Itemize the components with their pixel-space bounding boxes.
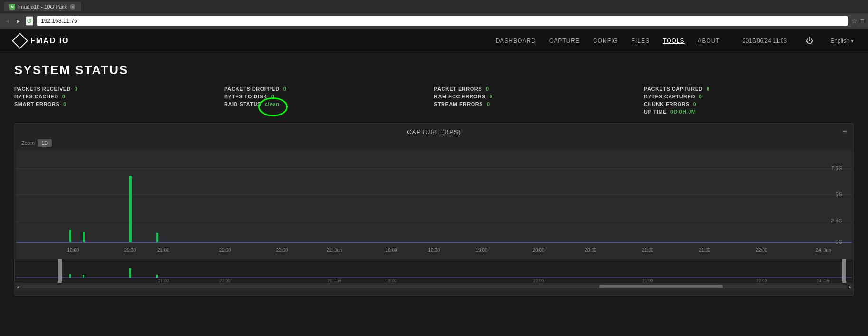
scrollbar-track[interactable] [21,285,847,288]
nav-files[interactable]: FILES [632,38,650,44]
browser-chrome: N fmadio10 - 10G Pack × ◂ ▸ ↺ 192.168.11… [0,0,868,29]
stat-label: RAM ECC ERRORS [434,94,485,99]
stat-raid-status: RAID STATUS clean [224,101,434,107]
stat-packet-errors: PACKET ERRORS 0 [434,86,644,92]
nav-config[interactable]: CONFIG [593,38,618,44]
chart-svg: 7.5G 5G 2.5G 0G 18:00 20:30 21:00 22 [15,150,853,259]
svg-text:18:00: 18:00 [67,248,79,253]
svg-text:22:00: 22:00 [220,278,231,283]
scrollbar-area[interactable]: ◂ ▸ [15,283,853,290]
stat-value: 0 [75,86,78,92]
svg-text:21:00: 21:00 [642,278,653,283]
tab-close-button[interactable]: × [70,4,75,10]
raid-status-value: clean [265,101,280,107]
scroll-right-icon[interactable]: ▸ [849,283,851,290]
stat-label: BYTES TO DISK [224,94,267,99]
stat-packets-received: PACKETS RECEIVED 0 [14,86,224,92]
refresh-button[interactable]: ↺ [26,16,33,26]
svg-text:22:00: 22:00 [219,248,231,253]
svg-text:19:00: 19:00 [475,248,487,253]
stat-value: 0 [486,86,489,92]
svg-text:21:00: 21:00 [157,248,169,253]
back-button[interactable]: ◂ [4,16,11,26]
tab-label: fmadio10 - 10G Pack [18,4,67,10]
power-icon[interactable]: ⏻ [806,37,813,45]
clean-circle-annotation: clean [265,101,280,107]
zoom-label: Zoom [21,140,35,146]
svg-text:22. Jun: 22. Jun [327,248,342,253]
stat-value: 0 [62,94,66,99]
stat-label: STREAM ERRORS [434,101,483,107]
nav-tools[interactable]: TOOLS [663,38,684,44]
chart-menu-icon[interactable]: ≡ [843,127,848,136]
language-selector[interactable]: English ▾ [830,38,854,44]
logo-icon [12,33,28,49]
zoom-1d-button[interactable]: 1D [38,139,52,147]
forward-button[interactable]: ▸ [15,16,22,26]
nav-about[interactable]: ABOUT [698,38,720,44]
nav-dashboard[interactable]: DASHBOARD [496,38,536,44]
nav-timestamp: 2015/06/24 11:03 [743,38,787,44]
scrollbar-thumb[interactable] [599,285,723,288]
stat-stream-errors: STREAM ERRORS 0 [434,101,644,107]
main-content: SYSTEM STATUS PACKETS RECEIVED 0 PACKETS… [0,53,868,305]
stat-label: PACKETS DROPPED [224,86,280,92]
stat-value: 0 [283,86,287,92]
stat-chunk-errors: CHUNK ERRORS 0 [644,101,854,107]
stat-bytes-captured: BYTES CAPTURED 0 [644,94,854,99]
page-title: SYSTEM STATUS [14,63,854,77]
svg-rect-31 [69,274,71,278]
address-bar[interactable]: 192.168.11.75 [37,16,848,26]
svg-text:22:00: 22:00 [755,248,767,253]
chart-title: CAPTURE (BPS) [407,128,461,135]
tab-bar: N fmadio10 - 10G Pack × [0,0,868,13]
svg-text:22. Jun: 22. Jun [327,278,341,283]
nav-capture[interactable]: CAPTURE [549,38,580,44]
nav-bar: ◂ ▸ ↺ 192.168.11.75 ☆ ≡ [0,13,868,29]
stat-ram-ecc-errors: RAM ECC ERRORS 0 [434,94,644,99]
svg-rect-33 [129,268,131,278]
mini-chart-section: 21:00 22:00 22. Jun 18:00 20:00 21:00 22… [15,259,853,283]
svg-text:2.5G: 2.5G [831,218,842,223]
logo-text: FMAD IO [30,37,69,45]
stat-smart-errors: SMART ERRORS 0 [14,101,224,107]
chart-container: 7.5G 5G 2.5G 0G 18:00 20:30 21:00 22 [15,150,853,259]
stat-value: 0 [699,94,702,99]
address-text: 192.168.11.75 [41,18,77,24]
svg-text:24. Jun: 24. Jun [816,248,831,253]
tab-favicon: N [9,4,15,10]
bookmark-icon[interactable]: ☆ [851,17,858,25]
stat-label: PACKET ERRORS [434,86,482,92]
svg-text:21:00: 21:00 [642,248,653,253]
svg-rect-36 [842,259,846,283]
stat-label: CHUNK ERRORS [644,101,689,107]
svg-text:0G: 0G [835,239,842,245]
svg-rect-35 [58,259,62,283]
mini-chart-svg: 21:00 22:00 22. Jun 18:00 20:00 21:00 22… [15,259,853,283]
nav-icons-right: ☆ ≡ [851,17,864,25]
svg-text:18:00: 18:00 [385,248,397,253]
svg-rect-29 [16,259,852,283]
stat-label: SMART ERRORS [14,101,59,107]
stat-label: PACKETS RECEIVED [14,86,71,92]
svg-text:18:00: 18:00 [386,278,397,283]
stat-value: 0 [489,94,492,99]
chart-toolbar: Zoom 1D [15,139,853,147]
stat-value: 0 [707,86,710,92]
scroll-left-icon[interactable]: ◂ [17,283,19,290]
stat-label: PACKETS CAPTURED [644,86,703,92]
svg-text:20:00: 20:00 [532,248,544,253]
chart-header: CAPTURE (BPS) ≡ [15,128,853,135]
svg-rect-34 [156,275,158,278]
svg-text:23:00: 23:00 [276,248,288,253]
browser-tab[interactable]: N fmadio10 - 10G Pack × [4,2,81,11]
status-grid: PACKETS RECEIVED 0 PACKETS DROPPED 0 PAC… [14,86,854,115]
svg-rect-32 [83,275,84,278]
stat-bytes-to-disk: BYTES TO DISK 0 [224,94,434,99]
svg-text:21:00: 21:00 [158,278,169,283]
stat-uptime: UP TIME 0D 0H 0M [644,109,854,115]
stat-value: 0 [271,94,274,99]
menu-icon[interactable]: ≡ [860,17,864,25]
svg-text:21:30: 21:30 [698,248,710,253]
main-nav: DASHBOARD CAPTURE CONFIG FILES TOOLS ABO… [496,37,854,45]
